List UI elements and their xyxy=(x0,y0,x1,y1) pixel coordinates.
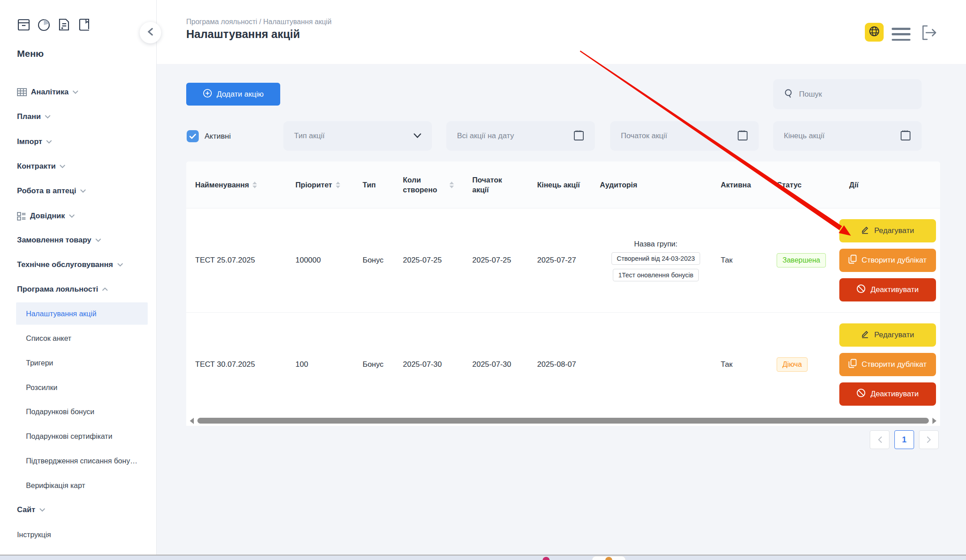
submenu-item-gift-bonuses[interactable]: Подарункові бонуси xyxy=(26,403,94,420)
copy-icon xyxy=(848,359,857,370)
book-icon[interactable] xyxy=(77,18,91,33)
submenu-item-gift-certificates[interactable]: Подарункові сертифікати xyxy=(26,428,112,444)
sort-icon[interactable] xyxy=(252,182,257,188)
chevron-down-icon xyxy=(45,115,51,119)
duplicate-button[interactable]: Створити дублікат xyxy=(839,353,936,376)
edit-button[interactable]: Редагувати xyxy=(839,219,936,242)
col-header-status: Статус xyxy=(768,161,826,208)
col-header-end: Кінець акції xyxy=(528,161,591,208)
pie-chart-icon[interactable] xyxy=(37,18,51,33)
sidebar-item-import[interactable]: Імпорт xyxy=(17,134,52,150)
globe-icon xyxy=(868,25,880,39)
cell-end: 2025-08-07 xyxy=(528,313,591,416)
chevron-left-icon xyxy=(147,28,154,38)
all-promos-date-picker[interactable]: Всі акції на дату xyxy=(446,121,595,151)
search-input[interactable] xyxy=(799,90,911,99)
cell-status: Завершена xyxy=(768,208,826,312)
edit-button[interactable]: Редагувати xyxy=(839,323,936,347)
cell-created: 2025-07-25 xyxy=(394,208,463,312)
app-root: Меню Аналітика Плани Імпорт Контракти Ро… xyxy=(0,0,966,560)
breadcrumb: Програма лояльності / Налаштування акцій xyxy=(186,18,332,26)
audience-group-label: Назва групи: xyxy=(634,240,678,248)
sort-icon[interactable] xyxy=(336,182,340,188)
cell-start: 2025-07-30 xyxy=(463,313,528,416)
sidebar-item-instruction[interactable]: Інструкція xyxy=(17,526,51,543)
sidebar-item-site[interactable]: Сайт xyxy=(17,502,45,518)
cell-start: 2025-07-25 xyxy=(463,208,528,312)
submenu-item-mailings[interactable]: Розсилки xyxy=(26,379,57,395)
sidebar-item-goods-order[interactable]: Замовлення товару xyxy=(17,232,101,248)
language-button[interactable] xyxy=(865,23,884,42)
chevron-down-icon xyxy=(95,238,101,242)
duplicate-button[interactable]: Створити дублікат xyxy=(839,249,936,272)
sidebar-item-directory[interactable]: Довідник xyxy=(17,208,75,224)
chevron-down-icon xyxy=(73,90,78,94)
pagination: 1 xyxy=(870,430,939,449)
chevron-down-icon xyxy=(80,189,86,193)
calendar-icon xyxy=(737,129,748,143)
col-header-name[interactable]: Найменування xyxy=(186,161,286,208)
deactivate-button[interactable]: Деактивувати xyxy=(839,382,936,406)
scroll-left-arrow[interactable] xyxy=(190,418,194,424)
pencil-icon xyxy=(861,330,869,340)
active-checkbox-label: Активні xyxy=(205,132,231,141)
col-header-audience: Аудиторія xyxy=(591,161,712,208)
list-icon xyxy=(17,212,26,221)
pagination-next-button[interactable] xyxy=(919,430,939,449)
sidebar-item-pharmacy-work[interactable]: Робота в аптеці xyxy=(17,183,86,199)
col-header-priority[interactable]: Пріоритет xyxy=(286,161,354,208)
table-row: ТЕСТ 25.07.2025 100000 Бонус 2025-07-25 … xyxy=(186,208,940,312)
sidebar-top-icons xyxy=(17,18,91,33)
menu-toggle-button[interactable] xyxy=(892,28,910,41)
promo-end-date-picker[interactable]: Кінець акції xyxy=(773,121,922,151)
sidebar-collapse-button[interactable] xyxy=(140,22,161,43)
sort-icon[interactable] xyxy=(449,182,454,188)
sidebar-item-analytics[interactable]: Аналітика xyxy=(17,84,78,100)
sidebar-item-loyalty-program[interactable]: Програма лояльності xyxy=(17,281,108,297)
active-filter[interactable]: Активні xyxy=(187,130,231,142)
archive-icon[interactable] xyxy=(17,18,30,33)
chevron-down-icon xyxy=(117,263,123,267)
scrollbar-thumb[interactable] xyxy=(197,418,929,424)
sidebar-item-contracts[interactable]: Контракти xyxy=(17,158,65,174)
deactivate-button[interactable]: Деактивувати xyxy=(839,278,936,301)
calendar-icon xyxy=(900,129,911,143)
active-checkbox[interactable] xyxy=(187,130,199,142)
page-title: Налаштування акцій xyxy=(186,28,300,41)
logout-button[interactable] xyxy=(920,24,938,42)
sidebar-item-plans[interactable]: Плани xyxy=(17,109,51,125)
col-header-actions: Дії xyxy=(826,161,940,208)
bottom-scroll-band[interactable] xyxy=(0,555,966,560)
audience-tag: 1Тест оновлення бонусів xyxy=(613,269,699,281)
table-horizontal-scrollbar xyxy=(186,416,940,426)
cell-audience xyxy=(591,313,712,416)
block-icon xyxy=(856,284,866,296)
submenu-item-questionnaires[interactable]: Список анкет xyxy=(26,330,71,346)
submenu-item-triggers[interactable]: Тригери xyxy=(26,355,53,371)
chevron-down-icon xyxy=(39,508,45,512)
col-header-created[interactable]: Коли створено xyxy=(394,161,463,208)
col-header-active: Активна xyxy=(712,161,768,208)
cell-actions: Редагувати Створити дублікат Деактивуват… xyxy=(826,313,940,416)
submenu-item-card-verification[interactable]: Верифікація карт xyxy=(26,477,85,493)
pagination-prev-button[interactable] xyxy=(870,430,889,449)
cell-type: Бонус xyxy=(354,313,394,416)
document-icon[interactable] xyxy=(57,18,71,33)
calendar-icon xyxy=(573,129,584,143)
col-header-type: Тип xyxy=(354,161,394,208)
pagination-page-1[interactable]: 1 xyxy=(894,430,914,449)
logout-icon xyxy=(920,35,938,43)
add-promo-button[interactable]: Додати акцію xyxy=(186,83,280,106)
pencil-icon xyxy=(861,225,869,236)
scroll-right-arrow[interactable] xyxy=(932,418,936,424)
promo-start-date-picker[interactable]: Початок акції xyxy=(610,121,759,151)
search-box xyxy=(773,79,922,109)
cell-active: Так xyxy=(712,313,768,416)
cell-priority: 100000 xyxy=(286,208,354,312)
submenu-item-bonus-writeoff-confirm[interactable]: Підтвердження списання бону… xyxy=(26,453,137,469)
sidebar-item-maintenance[interactable]: Технічне обслуговування xyxy=(17,257,123,273)
grid-icon xyxy=(17,88,27,96)
promo-type-select[interactable]: Тип акції xyxy=(283,121,432,151)
submenu-item-promo-settings[interactable]: Налаштування акцій xyxy=(26,305,96,322)
cell-priority: 100 xyxy=(286,313,354,416)
